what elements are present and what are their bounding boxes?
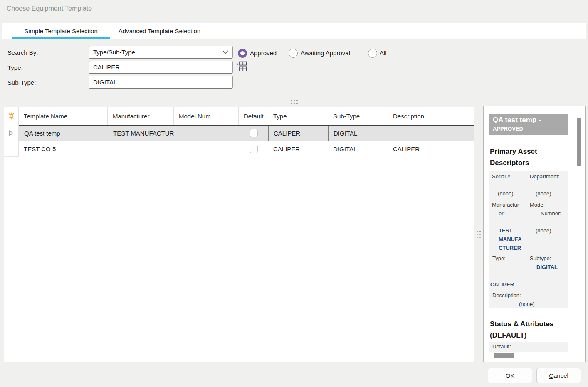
details-header-line2: APPROVED	[493, 125, 568, 133]
vertical-scrollbar-thumb[interactable]	[577, 118, 581, 166]
radio-awaiting-approval-label: Awaiting Approval	[301, 49, 350, 57]
row-selector-cell[interactable]	[4, 125, 19, 141]
department-value: (none)	[536, 190, 551, 197]
manufacturer-value: MANUFA	[499, 236, 522, 243]
tab-strip: Simple Template Selection Advanced Templ…	[2, 23, 586, 39]
status-attributes-heading: Status & Attributes (DEFAULT)	[490, 318, 553, 341]
cell-manufacturer	[108, 141, 174, 157]
subtype-label: Sub-Type:	[7, 79, 36, 86]
manufacturer-value: CTURER	[499, 245, 521, 251]
cell-manufacturer: TEST MANUFACTURER	[108, 126, 174, 141]
subtype-label: Subtype:	[530, 255, 551, 262]
type-value: CALIPER	[490, 281, 514, 288]
column-header-model-num[interactable]: Model Num.	[174, 107, 239, 125]
search-by-dropdown[interactable]: Type/Sub-Type	[89, 46, 233, 59]
cell-sub-type: DIGITAL	[329, 126, 388, 141]
tab-simple-template-selection[interactable]: Simple Template Selection	[12, 23, 110, 39]
model-number-label: Model	[530, 202, 544, 208]
default-checkbox[interactable]	[250, 145, 258, 153]
primary-asset-descriptors-box: Serial #: Department: (none) (none) Manu…	[489, 171, 568, 308]
column-header-label: Model Num.	[179, 113, 212, 120]
serial-label: Serial #:	[492, 173, 512, 180]
column-header-label: Description	[393, 113, 424, 120]
cell-type: CALIPER	[269, 126, 329, 141]
cancel-button[interactable]: Cancel	[536, 368, 581, 383]
cell-description	[388, 126, 474, 141]
details-header-badge: QA test temp - APPROVED	[489, 114, 568, 135]
cell-model-num	[174, 126, 239, 141]
column-header-template-name[interactable]: Template Name	[19, 107, 108, 125]
tab-advanced-label: Advanced Template Selection	[119, 27, 200, 35]
column-header-sub-type[interactable]: Sub-Type	[328, 107, 388, 125]
status-attributes-box: Default:	[489, 342, 568, 352]
ok-button-label: OK	[506, 372, 515, 379]
default-checkbox[interactable]	[250, 129, 258, 137]
tab-advanced-template-selection[interactable]: Advanced Template Selection	[110, 23, 209, 39]
model-number-value: (none)	[536, 227, 551, 234]
department-label: Department:	[530, 173, 560, 180]
type-label: Type:	[492, 255, 506, 262]
type-hierarchy-browse-button[interactable]	[236, 61, 247, 72]
column-header-label: Manufacturer	[113, 113, 149, 120]
model-number-label: Number:	[541, 210, 561, 217]
manufacturer-label: Manufactur	[492, 202, 519, 208]
page-title: Choose Equipment Template	[7, 5, 92, 12]
default-label: Default:	[492, 343, 511, 350]
column-header-description[interactable]: Description	[388, 107, 474, 125]
type-label: Type:	[7, 64, 23, 71]
row-selector-cell[interactable]	[4, 141, 19, 157]
ok-button[interactable]: OK	[488, 368, 532, 383]
column-header-label: Sub-Type	[333, 113, 360, 120]
subtype-value: DIGITAL	[536, 264, 558, 271]
radio-approved-label: Approved	[250, 49, 277, 57]
table-row-selected[interactable]: QA test temp TEST MANUFACTURER CALIPER D…	[4, 125, 474, 141]
description-value: (none)	[519, 301, 535, 308]
primary-asset-descriptors-heading: Primary Asset Descriptors	[490, 146, 537, 168]
cancel-button-accelerator: C	[549, 372, 553, 379]
radio-approved[interactable]	[238, 49, 247, 58]
radio-all[interactable]	[368, 49, 377, 58]
tab-simple-label: Simple Template Selection	[24, 27, 97, 35]
cell-template-name: QA test temp	[19, 126, 108, 141]
chevron-down-icon	[222, 50, 228, 54]
search-by-value: Type/Sub-Type	[93, 49, 135, 56]
subtype-input[interactable]	[89, 76, 233, 89]
description-label: Description:	[492, 292, 521, 299]
details-header-line1: QA test temp -	[493, 115, 568, 125]
manufacturer-label: er:	[499, 210, 505, 217]
type-input[interactable]	[89, 61, 233, 74]
column-header-default[interactable]: Default	[239, 107, 268, 125]
cell-model-num	[174, 141, 239, 157]
cancel-button-label: ancel	[553, 372, 568, 379]
radio-all-label: All	[380, 49, 387, 57]
cell-type: CALIPER	[268, 141, 328, 157]
heading-line: Primary Asset	[490, 146, 537, 157]
serial-value: (none)	[498, 190, 514, 197]
radio-awaiting-approval[interactable]	[289, 49, 298, 58]
cell-description: CALIPER	[388, 141, 474, 157]
horizontal-scrollbar-thumb[interactable]	[494, 353, 514, 358]
cell-template-name: TEST CO 5	[19, 141, 108, 157]
template-results-table: Template Name Manufacturer Model Num. De…	[4, 107, 474, 362]
table-hierarchy-icon	[236, 61, 247, 72]
column-header-label: Type	[273, 113, 287, 120]
heading-line: Status & Attributes	[490, 318, 553, 330]
table-corner-options-cell[interactable]	[4, 107, 19, 125]
heading-line: Descriptors	[490, 157, 537, 168]
heading-line: (DEFAULT)	[490, 330, 553, 341]
column-header-type[interactable]: Type	[268, 107, 328, 125]
vertical-splitter-handle[interactable]	[477, 231, 481, 238]
column-header-manufacturer[interactable]: Manufacturer	[108, 107, 174, 125]
column-header-label: Default	[244, 113, 264, 120]
table-header-row: Template Name Manufacturer Model Num. De…	[4, 107, 474, 125]
current-row-arrow-icon	[7, 129, 15, 137]
table-row[interactable]: TEST CO 5 CALIPER DIGITAL CALIPER	[4, 141, 474, 157]
template-details-panel: QA test temp - APPROVED Primary Asset De…	[483, 106, 586, 362]
column-header-label: Template Name	[24, 113, 67, 120]
cell-sub-type: DIGITAL	[328, 141, 388, 157]
horizontal-splitter-handle[interactable]	[291, 100, 298, 104]
sun-icon	[7, 112, 15, 120]
manufacturer-value: TEST	[499, 227, 512, 234]
search-by-label: Search By:	[7, 49, 38, 56]
